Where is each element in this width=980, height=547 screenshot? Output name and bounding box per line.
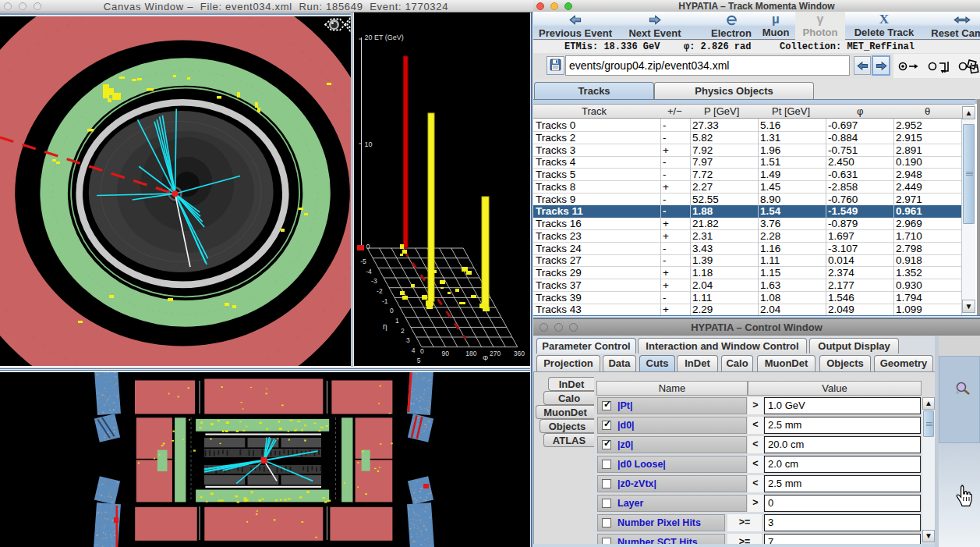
svg-text:-3: -3 — [371, 277, 377, 285]
svg-text:180: 180 — [465, 350, 476, 357]
svg-text:-4: -4 — [366, 268, 372, 275]
svg-text:Φ: Φ — [483, 354, 488, 362]
svg-text:5: 5 — [417, 357, 421, 364]
svg-text:90: 90 — [442, 350, 450, 357]
svg-text:0: 0 — [390, 307, 394, 314]
svg-text:-2: -2 — [377, 287, 383, 295]
svg-text:20 ET (GeV): 20 ET (GeV) — [365, 34, 404, 41]
svg-text:4: 4 — [412, 346, 416, 354]
svg-text:0: 0 — [420, 347, 424, 355]
svg-text:2: 2 — [401, 327, 405, 335]
svg-text:360: 360 — [514, 350, 525, 357]
svg-text:270: 270 — [490, 350, 501, 357]
svg-text:η: η — [383, 322, 387, 331]
svg-text:10: 10 — [365, 140, 373, 148]
svg-text:1: 1 — [395, 317, 399, 325]
svg-text:3: 3 — [406, 336, 410, 344]
svg-text:-5: -5 — [360, 258, 366, 265]
svg-text:-1: -1 — [382, 297, 388, 305]
